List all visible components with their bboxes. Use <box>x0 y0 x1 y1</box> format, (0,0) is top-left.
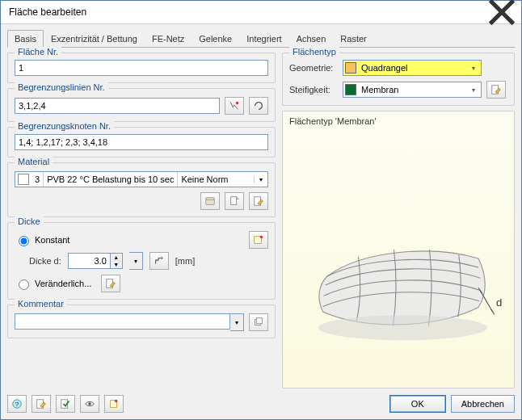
window-title: Fläche bearbeiten <box>9 6 86 18</box>
svg-text:?: ? <box>15 401 19 408</box>
tab-basis[interactable]: Basis <box>7 30 44 48</box>
svg-point-12 <box>318 315 487 340</box>
thickness-unit-label: [mm] <box>175 256 195 266</box>
thickness-step-button[interactable] <box>149 252 169 270</box>
close-button[interactable] <box>487 3 516 21</box>
thickness-constant-label: Konstant <box>35 235 69 245</box>
tab-achsen[interactable]: Achsen <box>289 30 334 48</box>
tab-gelenke[interactable]: Gelenke <box>192 30 239 48</box>
tab-strip: Basis Exzentrizität / Bettung FE-Netz Ge… <box>7 29 515 48</box>
svg-rect-3 <box>231 197 237 205</box>
pin-icon <box>108 398 120 410</box>
dialog-window: Fläche bearbeiten Basis Exzentrizität / … <box>0 0 522 420</box>
legend-boundary-nodes: Begrenzungsknoten Nr. <box>15 121 114 131</box>
spin-up[interactable]: ▲ <box>111 254 122 261</box>
material-name: PVB 22 °C Belastung bis 10 sec <box>44 172 178 187</box>
legend-boundary-lines: Begrenzungslinien Nr. <box>15 82 108 92</box>
group-boundary-lines: Begrenzungslinien Nr. <box>7 88 276 122</box>
boundary-lines-input[interactable] <box>15 98 220 114</box>
preview-caption: Flächentyp 'Membran' <box>289 116 377 126</box>
check-tool-button[interactable] <box>56 395 75 413</box>
pick-lines-button[interactable] <box>225 97 244 115</box>
cancel-button[interactable]: Abbrechen <box>451 395 515 413</box>
close-icon <box>487 0 516 27</box>
thickness-variable-radio[interactable]: Veränderlich... <box>15 277 91 290</box>
edit-icon <box>253 195 264 207</box>
surface-no-input[interactable] <box>15 60 268 76</box>
pin-note-icon <box>253 234 264 246</box>
tab-raster[interactable]: Raster <box>333 30 373 48</box>
tab-integriert[interactable]: Integriert <box>239 30 288 48</box>
thickness-constant-radio[interactable]: Konstant <box>15 233 69 246</box>
stiffness-value: Membran <box>361 85 463 94</box>
thickness-variable-label: Veränderlich... <box>35 279 91 288</box>
stiffness-label: Steifigkeit: <box>289 85 338 94</box>
legend-thickness: Dicke <box>15 216 44 226</box>
tab-exzentrizitaet-bettung[interactable]: Exzentrizität / Bettung <box>44 30 145 48</box>
eraser-icon <box>253 100 264 111</box>
group-surface-type: Flächentyp Geometrie: Quadrangel ▾ Steif… <box>282 52 515 106</box>
geometry-label: Geometrie: <box>289 63 338 73</box>
client-area: Basis Exzentrizität / Bettung FE-Netz Ge… <box>1 24 521 419</box>
material-edit-button[interactable] <box>249 192 268 210</box>
eye-icon <box>84 398 95 410</box>
legend-comment: Kommentar <box>15 299 67 309</box>
legend-surface-type: Flächentyp <box>289 47 339 57</box>
boundary-nodes-input[interactable] <box>15 134 268 150</box>
thickness-variable-input[interactable] <box>19 279 29 290</box>
chevron-down-icon: ▾ <box>468 61 479 75</box>
view-button[interactable] <box>80 395 99 413</box>
tab-fe-netz[interactable]: FE-Netz <box>145 30 192 48</box>
svg-point-22 <box>115 400 118 403</box>
dialog-footer: ? OK Abbrechen <box>7 395 515 413</box>
thickness-variable-edit-button[interactable] <box>101 275 120 292</box>
library-icon <box>204 195 216 207</box>
svg-point-1 <box>236 102 239 105</box>
geometry-swatch <box>345 62 356 74</box>
geometry-select[interactable]: Quadrangel ▾ <box>343 60 482 76</box>
edit-tool-button[interactable] <box>32 395 51 413</box>
titlebar: Fläche bearbeiten <box>1 1 521 24</box>
svg-rect-2 <box>206 198 215 205</box>
legend-material: Material <box>15 157 53 166</box>
help-button[interactable]: ? <box>7 395 27 413</box>
spin-down[interactable]: ▼ <box>111 261 122 268</box>
stiffness-select[interactable]: Membran ▾ <box>343 82 482 98</box>
svg-point-20 <box>88 402 91 405</box>
material-new-button[interactable] <box>225 192 244 210</box>
material-field[interactable]: 3 PVB 22 °C Belastung bis 10 sec Keine N… <box>15 171 268 187</box>
thickness-unit-dropdown[interactable]: ▾ <box>129 252 143 270</box>
check-note-icon <box>60 398 71 410</box>
thickness-d-value[interactable] <box>68 253 110 269</box>
clear-lines-button[interactable] <box>249 97 268 115</box>
stack-icon <box>253 317 264 328</box>
stiffness-edit-button[interactable] <box>486 81 506 99</box>
group-thickness: Dicke Konstant Dicke d: ▲▼ <box>7 222 276 300</box>
pin-button[interactable] <box>104 395 124 413</box>
thickness-d-label: Dicke d: <box>29 256 61 266</box>
thickness-d-spinner[interactable]: ▲▼ <box>68 253 123 269</box>
svg-marker-4 <box>237 197 239 200</box>
svg-rect-10 <box>256 318 262 324</box>
thickness-constant-input[interactable] <box>19 236 29 246</box>
edit-icon <box>105 278 116 289</box>
help-icon: ? <box>11 398 23 410</box>
stiffness-swatch <box>345 84 356 95</box>
thickness-info-button[interactable] <box>249 231 268 249</box>
material-dropdown-arrow[interactable]: ▾ <box>254 176 267 183</box>
material-library-button[interactable] <box>200 192 220 210</box>
geometry-value: Quadrangel <box>361 63 463 73</box>
pick-icon <box>229 100 240 111</box>
ok-button[interactable]: OK <box>389 395 446 413</box>
surface-type-preview: Flächentyp 'Membran' <box>282 111 515 388</box>
material-index: 3 <box>32 172 44 187</box>
pencil-note-icon <box>36 398 47 410</box>
chevron-down-icon: ▾ <box>468 82 479 97</box>
comment-input[interactable] <box>15 313 230 330</box>
material-standard: Keine Norm <box>178 172 254 187</box>
edit-icon <box>490 84 502 95</box>
group-comment: Kommentar ▾ <box>7 304 276 338</box>
comment-manage-button[interactable] <box>249 313 268 331</box>
comment-dropdown[interactable]: ▾ <box>230 313 244 331</box>
svg-line-15 <box>490 309 494 315</box>
